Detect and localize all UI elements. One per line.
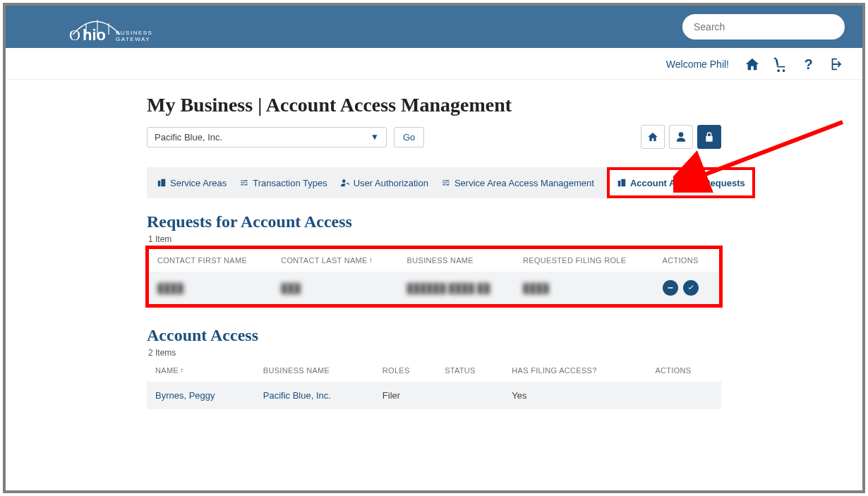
cell-first-name: ████ (157, 283, 183, 294)
table-header-row: NAME↑ BUSINESS NAME ROLES STATUS HAS FIL… (147, 359, 721, 382)
svg-text:hio: hio (83, 26, 106, 42)
cell-business-name: ██████ ████ ██ (407, 283, 490, 294)
cell-actions (646, 382, 721, 409)
account-tabs: Service Areas Transaction Types User Aut… (147, 167, 721, 198)
cell-roles: Filer (374, 382, 436, 409)
col-business-name[interactable]: BUSINESS NAME (399, 249, 514, 272)
col-first-name[interactable]: CONTACT FIRST NAME (149, 249, 272, 272)
business-select[interactable]: Pacific Blue, Inc. ▼ (147, 127, 387, 147)
col-business-name[interactable]: BUSINESS NAME (255, 359, 374, 382)
requests-table-callout: CONTACT FIRST NAME CONTACT LAST NAME↑ BU… (145, 246, 723, 308)
global-search[interactable] (682, 14, 845, 40)
table-row: Byrnes, Peggy Pacific Blue, Inc. Filer Y… (147, 382, 721, 409)
tab-user-authorization[interactable]: User Authorization (340, 178, 428, 188)
requests-table: CONTACT FIRST NAME CONTACT LAST NAME↑ BU… (149, 249, 719, 304)
svg-rect-8 (668, 287, 673, 289)
requests-heading: Requests for Account Access (147, 212, 721, 231)
col-actions: ACTIONS (654, 249, 719, 272)
tab-account-access-requests[interactable]: Account Access Requests (607, 167, 755, 198)
sort-up-icon: ↑ (369, 256, 373, 264)
building-icon (157, 178, 167, 188)
tab-label: User Authorization (354, 178, 428, 188)
access-table: NAME↑ BUSINESS NAME ROLES STATUS HAS FIL… (147, 359, 721, 409)
cell-business-name[interactable]: Pacific Blue, Inc. (263, 390, 331, 401)
cell-role: ████ (523, 283, 549, 294)
svg-text:O: O (69, 26, 80, 42)
tab-label: Transaction Types (253, 178, 327, 188)
requests-count: 1 Item (148, 234, 721, 244)
access-count: 2 Items (148, 348, 721, 358)
top-navbar: O hio BUSINESS GATEWAY (6, 6, 862, 48)
access-heading: Account Access (147, 326, 721, 345)
sort-up-icon: ↑ (180, 366, 183, 374)
cart-icon[interactable] (773, 56, 788, 72)
tab-label: Account Access Requests (630, 178, 745, 188)
cell-actions (654, 272, 719, 304)
col-status[interactable]: STATUS (436, 359, 503, 382)
col-roles[interactable]: ROLES (374, 359, 436, 382)
go-button[interactable]: Go (394, 127, 424, 147)
col-name[interactable]: NAME↑ (147, 359, 255, 382)
page-title: My Business | Account Access Management (147, 94, 721, 116)
svg-text:BUSINESS: BUSINESS (116, 30, 152, 36)
tab-service-area-access-mgmt[interactable]: Service Area Access Management (441, 178, 594, 188)
building-icon (617, 178, 627, 188)
ohio-business-gateway-logo: O hio BUSINESS GATEWAY (69, 12, 171, 42)
utility-bar: Welcome Phil! ? (6, 48, 862, 80)
page-content: My Business | Account Access Management … (6, 80, 862, 423)
col-last-name[interactable]: CONTACT LAST NAME↑ (272, 249, 398, 272)
lock-button[interactable] (697, 125, 721, 149)
chevron-down-icon: ▼ (370, 132, 379, 142)
settings-icon (239, 178, 249, 188)
table-row: ████ ███ ██████ ████ ██ ████ (149, 272, 719, 304)
cell-status (436, 382, 503, 409)
user-button[interactable] (669, 125, 693, 149)
svg-text:?: ? (804, 56, 813, 72)
col-actions: ACTIONS (646, 359, 721, 382)
cell-filing: Yes (503, 382, 646, 409)
help-icon[interactable]: ? (801, 56, 816, 72)
welcome-text: Welcome Phil! (666, 59, 729, 70)
tab-label: Service Areas (170, 178, 227, 188)
settings-icon (441, 178, 451, 188)
cell-last-name: ███ (281, 283, 301, 294)
col-has-filing[interactable]: HAS FILING ACCESS? (503, 359, 646, 382)
deny-icon[interactable] (663, 280, 678, 296)
svg-text:GATEWAY: GATEWAY (116, 36, 150, 42)
logout-icon[interactable] (829, 56, 845, 72)
home-button[interactable] (641, 125, 665, 149)
tab-service-areas[interactable]: Service Areas (157, 178, 227, 188)
col-requested-role[interactable]: REQUESTED FILING ROLE (514, 249, 654, 272)
table-header-row: CONTACT FIRST NAME CONTACT LAST NAME↑ BU… (149, 249, 719, 272)
business-select-value: Pacific Blue, Inc. (155, 132, 222, 143)
business-selector-row: Pacific Blue, Inc. ▼ Go (147, 125, 721, 149)
home-icon[interactable] (745, 56, 760, 72)
approve-icon[interactable] (683, 280, 699, 296)
tab-label: Service Area Access Management (454, 178, 594, 188)
tab-transaction-types[interactable]: Transaction Types (239, 178, 327, 188)
cell-name[interactable]: Byrnes, Peggy (155, 390, 215, 401)
search-input[interactable] (694, 21, 833, 32)
user-check-icon (340, 178, 350, 188)
